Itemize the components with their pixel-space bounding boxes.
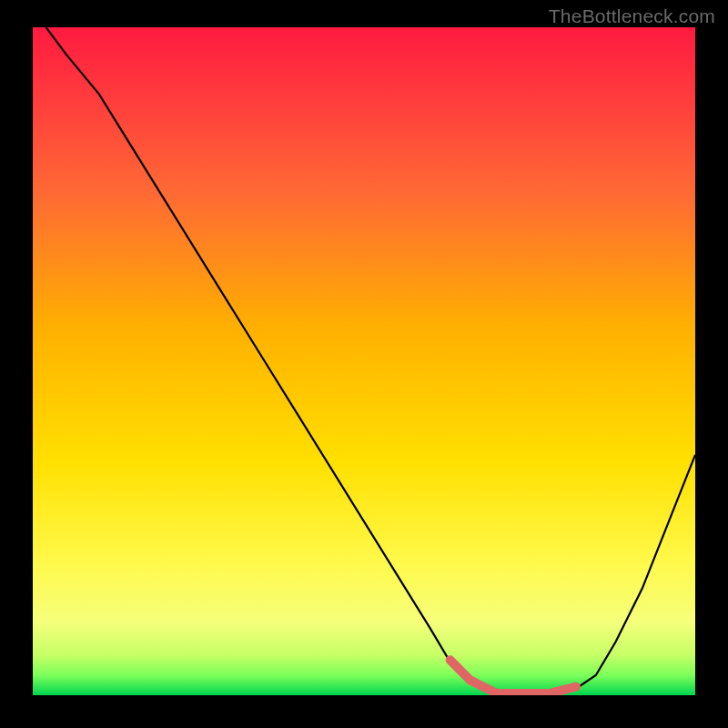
watermark-text: TheBottleneck.com (549, 5, 715, 27)
bottleneck-chart (33, 27, 695, 695)
chart-frame (33, 27, 695, 695)
gradient-background (33, 27, 695, 695)
